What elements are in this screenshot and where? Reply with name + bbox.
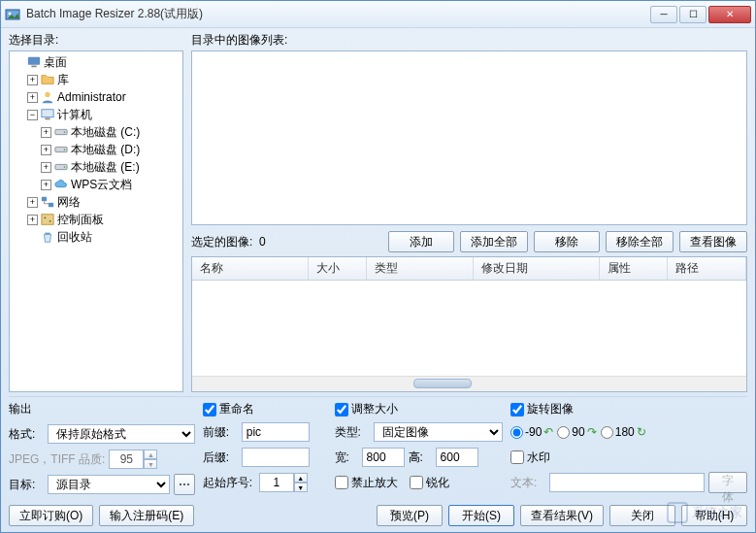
cloud-icon (54, 178, 68, 191)
output-group: 输出 格式: 保持原始格式 JPEG，TIFF 品质: ▲▼ 目标: 源目录 ⋯ (9, 401, 195, 495)
remove-button[interactable]: 移除 (534, 231, 600, 252)
col-modified[interactable]: 修改日期 (474, 257, 600, 280)
svg-point-17 (49, 220, 51, 222)
svg-point-4 (45, 92, 49, 97)
col-type[interactable]: 类型 (367, 257, 474, 280)
resize-group: 调整大小 类型:固定图像 宽: 高: 禁止放大 锐化 (335, 401, 503, 495)
watermark-checkbox[interactable]: 水印 (510, 450, 550, 466)
tree-node-wps[interactable]: +WPS云文档 (41, 176, 181, 193)
svg-point-12 (64, 166, 66, 168)
expander-icon[interactable]: + (27, 75, 38, 85)
resize-type-label: 类型: (335, 424, 370, 441)
rename-checkbox[interactable]: 重命名 (203, 401, 327, 417)
output-label: 输出 (9, 401, 195, 417)
col-size[interactable]: 大小 (309, 257, 367, 280)
drive-icon (54, 160, 68, 174)
remove-all-button[interactable]: 移除全部 (606, 231, 674, 252)
col-name[interactable]: 名称 (192, 257, 309, 280)
table-body[interactable] (192, 281, 746, 376)
rotate-checkbox[interactable]: 旋转图像 (510, 401, 747, 417)
rotate-90-radio[interactable]: 90↷ (557, 425, 596, 439)
prefix-input[interactable] (242, 422, 310, 442)
tree-node-drive-d[interactable]: +本地磁盘 (D:) (41, 141, 181, 158)
expander-icon[interactable]: − (27, 110, 38, 120)
tree-node-drive-c[interactable]: +本地磁盘 (C:) (41, 123, 181, 141)
format-select[interactable]: 保持原始格式 (48, 424, 195, 444)
close-app-button[interactable]: 关闭 (609, 505, 675, 526)
expander-icon[interactable]: + (41, 127, 51, 138)
col-attrs[interactable]: 属性 (600, 257, 668, 280)
start-button[interactable]: 开始(S) (448, 505, 514, 526)
rotate-180-radio[interactable]: 180↻ (601, 425, 646, 439)
help-button[interactable]: 帮助(H) (681, 505, 747, 526)
tree-node-computer[interactable]: −计算机 +本地磁盘 (C:) +本地磁盘 (D:) +本地磁盘 (E:) +W… (27, 106, 181, 193)
spin-down-icon[interactable]: ▼ (294, 483, 308, 492)
add-all-button[interactable]: 添加全部 (460, 231, 528, 252)
horizontal-scrollbar[interactable] (192, 376, 746, 391)
tree-node-desktop[interactable]: 桌面 +库 +Administrator −计算机 +本地磁盘 (C:) +本地… (14, 53, 181, 246)
rotate-neg90-radio[interactable]: -90↶ (510, 425, 553, 439)
expander-icon[interactable]: + (41, 162, 51, 173)
resize-type-select[interactable]: 固定图像 (374, 422, 503, 442)
close-button[interactable]: ✕ (708, 6, 751, 23)
start-num-input[interactable] (259, 473, 294, 492)
tree-node-libraries[interactable]: +库 (27, 71, 181, 88)
expander-icon[interactable]: + (27, 197, 38, 208)
svg-rect-13 (42, 197, 47, 201)
select-dir-label: 选择目录: (9, 32, 183, 49)
network-icon (41, 195, 54, 209)
view-image-button[interactable]: 查看图像 (679, 231, 747, 252)
expander-icon[interactable]: + (41, 180, 51, 190)
col-path[interactable]: 路径 (668, 257, 746, 280)
preview-button[interactable]: 预览(P) (377, 505, 443, 526)
spin-up-icon[interactable]: ▲ (294, 473, 308, 483)
minimize-button[interactable]: ─ (650, 6, 677, 23)
drive-icon (54, 125, 68, 139)
table-header[interactable]: 名称 大小 类型 修改日期 属性 路径 (192, 257, 746, 281)
rotate-ccw-icon: ↶ (543, 425, 553, 439)
rotate-180-icon: ↻ (637, 425, 646, 439)
drive-icon (54, 143, 68, 156)
tree-node-control-panel[interactable]: +控制面板 (27, 211, 181, 228)
svg-rect-3 (31, 66, 36, 68)
app-icon (5, 7, 20, 22)
image-list[interactable] (191, 50, 747, 225)
width-input[interactable] (362, 448, 405, 467)
start-num-spinner[interactable]: ▲▼ (259, 473, 308, 492)
order-button[interactable]: 立即订购(O) (9, 505, 93, 526)
tree-node-network[interactable]: +网络 (27, 193, 181, 211)
suffix-label: 后缀: (203, 450, 238, 466)
tree-node-recycle[interactable]: 回收站 (27, 228, 181, 246)
no-enlarge-checkbox[interactable]: 禁止放大 (335, 475, 398, 491)
rotate-group: 旋转图像 -90↶ 90↷ 180↻ 水印 文本: 字体 (510, 401, 747, 495)
browse-button[interactable]: ⋯ (174, 474, 195, 495)
rename-group: 重命名 前缀: 后缀: 起始序号: ▲▼ (203, 401, 327, 495)
scroll-thumb[interactable] (413, 379, 472, 388)
view-results-button[interactable]: 查看结果(V) (520, 505, 604, 526)
rotate-cw-icon: ↷ (587, 425, 597, 439)
control-panel-icon (41, 213, 54, 226)
titlebar[interactable]: Batch Image Resizer 2.88(试用版) ─ ☐ ✕ (1, 1, 755, 28)
spin-up-icon: ▲ (144, 450, 157, 459)
image-list-label: 目录中的图像列表: (191, 32, 747, 49)
maximize-button[interactable]: ☐ (679, 6, 707, 23)
expander-icon[interactable]: + (27, 215, 38, 225)
add-button[interactable]: 添加 (388, 231, 454, 252)
register-button[interactable]: 输入注册码(E) (99, 505, 194, 526)
tree-node-drive-e[interactable]: +本地磁盘 (E:) (41, 158, 181, 176)
start-num-label: 起始序号: (203, 475, 255, 491)
svg-point-16 (45, 217, 47, 218)
suffix-input[interactable] (242, 448, 310, 467)
tree-node-admin[interactable]: +Administrator (27, 88, 181, 106)
target-select[interactable]: 源目录 (48, 475, 170, 494)
directory-tree[interactable]: 桌面 +库 +Administrator −计算机 +本地磁盘 (C:) +本地… (9, 50, 183, 392)
watermark-text-input (549, 473, 705, 492)
svg-point-1 (9, 12, 12, 15)
resize-checkbox[interactable]: 调整大小 (335, 401, 503, 417)
height-input[interactable] (436, 448, 478, 467)
quality-spinner: ▲▼ (109, 450, 157, 469)
sharpen-checkbox[interactable]: 锐化 (410, 475, 449, 491)
footer: 立即订购(O) 输入注册码(E) 预览(P) 开始(S) 查看结果(V) 关闭 … (9, 499, 747, 526)
expander-icon[interactable]: + (27, 92, 38, 103)
expander-icon[interactable]: + (41, 145, 51, 155)
